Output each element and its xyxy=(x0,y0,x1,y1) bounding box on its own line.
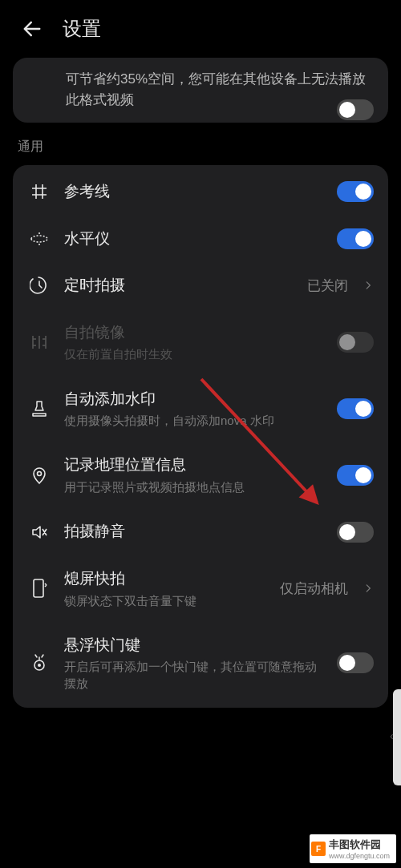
settings-card-video: 可节省约35%空间，您可能在其他设备上无法播放此格式视频 xyxy=(13,58,388,123)
brand-watermark: F 丰图软件园 www.dgfengtu.com xyxy=(310,834,396,863)
chevron-left-icon: ‹ xyxy=(390,729,394,742)
level-toggle[interactable] xyxy=(337,228,374,249)
row-selfie-mirror: 自拍镜像 仅在前置自拍时生效 xyxy=(13,309,388,376)
video-format-toggle[interactable] xyxy=(337,99,374,120)
row-location[interactable]: 记录地理位置信息 用于记录照片或视频拍摄地点信息 xyxy=(13,442,388,508)
row-watermark[interactable]: 自动添加水印 使用摄像头拍摄时，自动添加nova 水印 xyxy=(13,376,388,442)
arrow-left-icon xyxy=(21,18,43,40)
lock-snap-value: 仅启动相机 xyxy=(280,579,348,598)
svg-point-0 xyxy=(38,471,42,475)
brand-icon: F xyxy=(311,842,326,856)
mirror-icon xyxy=(29,334,50,350)
row-timer[interactable]: 定时拍摄 已关闭 xyxy=(13,262,388,309)
chevron-right-icon xyxy=(363,280,374,291)
row-lock-snap[interactable]: 熄屏快拍 锁屏状态下双击音量下键 仅启动相机 xyxy=(13,555,388,622)
row-level[interactable]: 水平仪 xyxy=(13,216,388,263)
level-icon xyxy=(29,228,50,249)
selfie-mirror-toggle xyxy=(337,332,374,353)
page-title: 设置 xyxy=(63,16,101,42)
scroll-indicator[interactable]: ‹ xyxy=(393,689,401,785)
section-general-label: 通用 xyxy=(0,134,401,165)
watermark-toggle[interactable] xyxy=(337,398,374,419)
settings-card-general: 参考线 水平仪 定时拍摄 已关闭 自拍镜像 仅在前置自拍时生效 自动添加水印 使… xyxy=(13,165,388,708)
mute-toggle[interactable] xyxy=(337,522,374,543)
grid-icon xyxy=(30,182,49,201)
video-format-desc: 可节省约35%空间，您可能在其他设备上无法播放此格式视频 xyxy=(13,69,388,110)
row-float-shutter[interactable]: 悬浮快门键 开启后可再添加一个快门键，其位置可随意拖动摆放 xyxy=(13,622,388,704)
phone-snap-icon xyxy=(30,578,48,599)
row-grid-lines[interactable]: 参考线 xyxy=(13,168,388,216)
timer-value: 已关闭 xyxy=(307,277,348,295)
mute-icon xyxy=(30,523,49,542)
location-toggle[interactable] xyxy=(337,465,374,486)
float-shutter-toggle[interactable] xyxy=(337,652,374,673)
location-icon xyxy=(30,466,49,485)
grid-toggle[interactable] xyxy=(337,181,374,202)
timer-icon xyxy=(30,276,49,295)
chevron-right-icon xyxy=(363,583,374,594)
row-mute[interactable]: 拍摄静音 xyxy=(13,508,388,555)
svg-point-3 xyxy=(38,664,41,667)
stamp-icon xyxy=(30,399,49,418)
back-button[interactable] xyxy=(19,16,45,42)
float-shutter-icon xyxy=(29,652,50,673)
svg-rect-1 xyxy=(34,579,43,597)
